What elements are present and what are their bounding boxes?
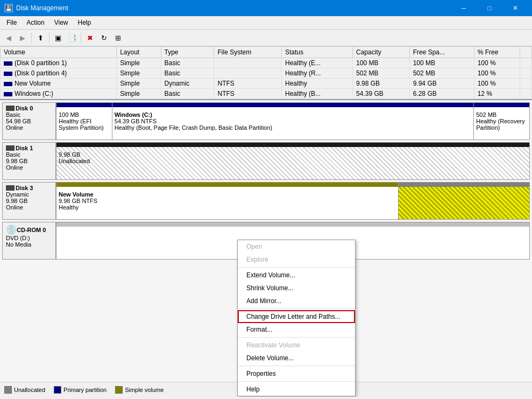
- refresh-button[interactable]: ↻: [97, 31, 110, 44]
- context-menu: OpenExploreExtend Volume...Shrink Volume…: [237, 240, 356, 396]
- menu-help[interactable]: Help: [74, 17, 96, 28]
- part-header: [399, 183, 529, 187]
- col-layout[interactable]: Layout: [117, 47, 161, 58]
- part-name: New Volume: [59, 191, 396, 198]
- disk-label-0: Disk 0 Basic 54.98 GB Online: [2, 102, 56, 140]
- cell-type: Basic: [161, 68, 214, 79]
- col-capacity[interactable]: Capacity: [353, 47, 410, 58]
- disk-label-2: Disk 3 Dynamic 9.98 GB Online: [2, 182, 56, 220]
- partition-block-0-2[interactable]: 502 MB Healthy (Recovery Partition): [474, 103, 529, 139]
- part-size: 54.39 GB NTFS: [115, 118, 471, 124]
- col-free[interactable]: Free Spa...: [409, 47, 474, 58]
- ctx-props[interactable]: Properties: [238, 367, 355, 380]
- ctx-change-letter[interactable]: Change Drive Letter and Paths...: [238, 310, 355, 323]
- ctx-mirror[interactable]: Add Mirror...: [238, 295, 355, 307]
- window-title: Disk Management: [16, 4, 68, 12]
- col-fs[interactable]: File System: [214, 47, 281, 58]
- volume-table: Volume Layout Type File System Status Ca…: [0, 46, 532, 99]
- part-size: 502 MB: [476, 111, 527, 118]
- ctx-delete[interactable]: Delete Volume...: [238, 352, 355, 365]
- cell-type: Basic: [161, 89, 214, 99]
- legend-unallocated: Unallocated: [4, 386, 45, 394]
- part-content: 502 MB Healthy (Recovery Partition): [476, 111, 527, 131]
- cell-pct: 100 %: [474, 79, 520, 89]
- cell-volume: (Disk 0 partition 4): [1, 68, 117, 79]
- part-header: [56, 183, 398, 187]
- part-size: 9.98 GB: [59, 151, 527, 158]
- table-row[interactable]: Windows (C:) Simple Basic NTFS Healthy (…: [1, 89, 532, 99]
- ctx-format[interactable]: Format...: [238, 323, 355, 336]
- col-type[interactable]: Type: [161, 47, 214, 58]
- partition-block-0-0[interactable]: 100 MB Healthy (EFI System Partition): [56, 103, 112, 139]
- up-button[interactable]: ⬆: [34, 31, 47, 44]
- cell-layout: Simple: [117, 89, 161, 99]
- disk-row: Disk 1 Basic 9.98 GB Online 9.98 GB Unal…: [2, 142, 530, 180]
- disk-name-row: Disk 1: [6, 145, 52, 151]
- ctx-help[interactable]: Help: [238, 383, 355, 396]
- disk-type: Dynamic: [6, 191, 52, 198]
- part-content: New Volume 9.98 GB NTFS Healthy: [59, 191, 396, 211]
- part-size: 9.98 GB NTFS: [59, 198, 396, 204]
- ctx-separator: [238, 337, 355, 338]
- cell-fs: NTFS: [214, 89, 281, 99]
- cell-status: Healthy: [281, 79, 352, 89]
- ctx-separator: [238, 309, 355, 309]
- cell-volume: Windows (C:): [1, 89, 117, 99]
- legend-simple: Simple volume: [115, 386, 164, 394]
- ctx-separator: [238, 381, 355, 382]
- toolbar: ◀ ▶ ⬆ ▣ 📑 ✖ ↻ ⊞: [0, 30, 532, 46]
- part-header: [112, 103, 473, 107]
- part-name: Windows (C:): [115, 111, 471, 118]
- toolbar-sep-1: [31, 32, 32, 43]
- disk-name-row: Disk 3: [6, 185, 52, 191]
- table-row[interactable]: (Disk 0 partition 1) Simple Basic Health…: [1, 58, 532, 68]
- cell-extra: [520, 79, 532, 89]
- more-button[interactable]: ⊞: [111, 31, 124, 44]
- partition-block-1-0[interactable]: 9.98 GB Unallocated: [56, 143, 529, 179]
- app-icon: 💾: [4, 4, 13, 12]
- back-button[interactable]: ◀: [2, 31, 15, 44]
- table-row[interactable]: (Disk 0 partition 4) Simple Basic Health…: [1, 68, 532, 79]
- cell-capacity: 9.98 GB: [353, 79, 410, 89]
- cell-status: Healthy (E...: [281, 58, 352, 68]
- maximize-button[interactable]: □: [477, 3, 502, 13]
- partition-block-2-0[interactable]: New Volume 9.98 GB NTFS Healthy: [56, 183, 399, 219]
- col-volume[interactable]: Volume: [1, 47, 117, 58]
- col-status[interactable]: Status: [281, 47, 352, 58]
- disk-row: Disk 3 Dynamic 9.98 GB Online New Volume…: [2, 182, 530, 220]
- disk-type: DVD (D:): [6, 235, 52, 241]
- part-desc: Unallocated: [59, 158, 527, 164]
- disk-name: Disk 0: [16, 105, 33, 111]
- menu-view[interactable]: View: [50, 17, 73, 28]
- disk-partitions-1: 9.98 GB Unallocated: [56, 142, 530, 180]
- part-content: 100 MB Healthy (EFI System Partition): [59, 111, 110, 131]
- cell-layout: Simple: [117, 79, 161, 89]
- close-button[interactable]: ✕: [503, 3, 528, 13]
- partition-block-0-1[interactable]: Windows (C:) 54.39 GB NTFS Healthy (Boot…: [112, 103, 474, 139]
- cell-free: 100 MB: [409, 58, 474, 68]
- partition-block-2-1[interactable]: [399, 183, 529, 219]
- table-row[interactable]: New Volume Simple Dynamic NTFS Healthy 9…: [1, 79, 532, 89]
- properties-button[interactable]: ▣: [52, 31, 65, 44]
- help-toolbar-button[interactable]: 📑: [66, 31, 79, 44]
- delete-button[interactable]: ✖: [83, 31, 96, 44]
- legend-simple-label: Simple volume: [125, 387, 164, 393]
- ctx-shrink[interactable]: Shrink Volume...: [238, 282, 355, 295]
- disk-name-row: Disk 0: [6, 105, 52, 111]
- ctx-extend[interactable]: Extend Volume...: [238, 269, 355, 282]
- menu-bar: File Action View Help: [0, 16, 532, 30]
- forward-button[interactable]: ▶: [16, 31, 29, 44]
- menu-action[interactable]: Action: [22, 17, 48, 28]
- cell-extra: [520, 68, 532, 79]
- title-bar: 💾 Disk Management ─ □ ✕: [0, 0, 532, 16]
- minimize-button[interactable]: ─: [451, 3, 476, 13]
- disk-type: Basic: [6, 151, 52, 158]
- legend-unalloc-box: [4, 386, 12, 394]
- col-pct[interactable]: % Free: [474, 47, 520, 58]
- volume-table-container[interactable]: Volume Layout Type File System Status Ca…: [0, 46, 532, 100]
- menu-file[interactable]: File: [2, 17, 21, 28]
- ctx-open: Open: [238, 240, 355, 253]
- cell-free: 502 MB: [409, 68, 474, 79]
- disk-name: CD-ROM 0: [17, 227, 46, 233]
- part-desc: Healthy: [59, 204, 396, 211]
